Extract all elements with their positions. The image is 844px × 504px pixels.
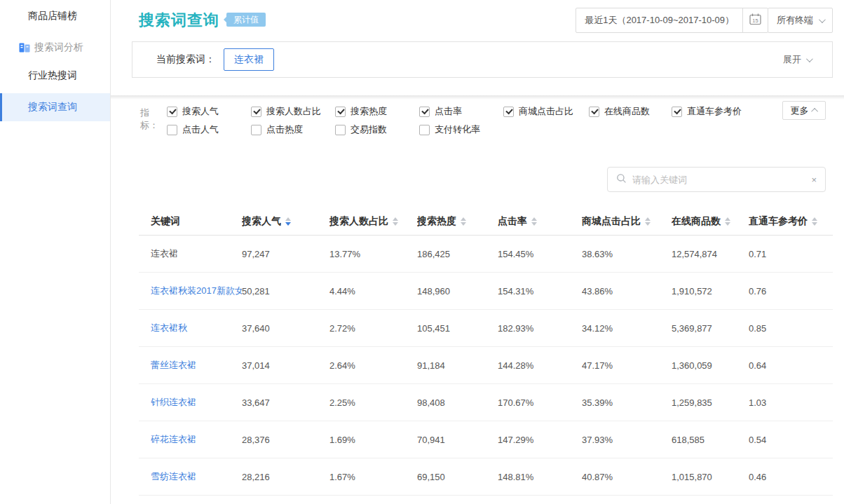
table-row: 雪纺连衣裙 28,2161.67%69,150148.81%40.87%1,01… [139, 458, 833, 496]
checkbox-icon[interactable] [167, 125, 177, 135]
sidebar-item-3[interactable]: 行业热搜词 [0, 62, 110, 90]
value-cell: 98,408 [417, 397, 498, 408]
expand-toggle[interactable]: 展开 [783, 53, 811, 66]
current-term-panel: 当前搜索词： 连衣裙 展开 [132, 41, 833, 78]
keyword-cell[interactable]: 碎花连衣裙 [151, 433, 242, 446]
value-cell: 148,960 [417, 286, 498, 297]
metric-label: 点击人气 [182, 123, 219, 136]
value-cell: 69,150 [417, 472, 498, 482]
value-cell: 186,425 [417, 249, 498, 259]
column-header-label: 直通车参考价 [749, 215, 808, 228]
value-cell: 0.85 [749, 323, 833, 334]
column-header: 关键词 [151, 215, 242, 228]
search-icon [616, 173, 627, 186]
column-header[interactable]: 搜索热度 [417, 215, 498, 228]
checkbox-icon[interactable] [335, 125, 346, 135]
keyword-cell[interactable]: 针织连衣裙 [151, 396, 242, 409]
checkbox-icon[interactable] [503, 107, 514, 117]
checkbox-icon[interactable] [419, 125, 430, 135]
value-cell: 170.67% [498, 397, 582, 408]
page-header: 搜索词查询 累计值 最近1天（2017-10-09~2017-10-09） 15… [111, 0, 844, 41]
date-range-text[interactable]: 最近1天（2017-10-09~2017-10-09） [576, 8, 742, 32]
value-cell: 2.25% [329, 397, 417, 408]
calendar-button[interactable]: 15 [742, 8, 768, 32]
metric-checkbox-item[interactable]: 点击人气 [167, 123, 251, 136]
keyword-cell[interactable]: 连衣裙秋 [151, 322, 242, 334]
column-header[interactable]: 直通车参考价 [749, 215, 833, 228]
keyword-cell[interactable]: 连衣裙秋装2017新款女 [151, 285, 242, 297]
table-body: 连衣裙 97,24713.77%186,425154.45%38.63%12,5… [139, 236, 833, 496]
metric-checkbox-item[interactable]: 商城点击占比 [503, 105, 589, 118]
checkbox-icon[interactable] [589, 107, 599, 117]
chevron-down-icon [819, 16, 826, 23]
more-label: 更多 [791, 104, 809, 117]
sort-caret-icon [461, 217, 466, 226]
value-cell: 0.71 [749, 249, 833, 259]
metric-checkbox-item[interactable]: 在线商品数 [589, 105, 672, 118]
keyword-cell[interactable]: 雪纺连衣裙 [151, 470, 242, 483]
metrics-row-1: 搜索人气 搜索人数占比 搜索热度 点击率 商城点击占比 在线商品数 直通车参考价 [167, 105, 756, 118]
column-header-label: 关键词 [151, 215, 180, 228]
checkbox-icon[interactable] [167, 107, 177, 117]
metrics-row-2: 点击人气 点击热度 交易指数 支付转化率 [167, 123, 756, 136]
metric-checkbox-item[interactable]: 搜索人数占比 [251, 105, 335, 118]
metric-label: 商城点击占比 [519, 105, 573, 118]
metric-checkbox-item[interactable]: 点击热度 [251, 123, 335, 136]
column-header[interactable]: 搜索人气 [242, 215, 329, 228]
keyword-search-box[interactable]: × [607, 167, 826, 192]
column-header-label: 搜索人气 [242, 215, 281, 228]
column-header[interactable]: 搜索人数占比 [329, 215, 417, 228]
metric-checkbox-item[interactable]: 搜索人气 [167, 105, 251, 118]
sidebar-item-1[interactable]: 商品店铺榜 [0, 2, 110, 30]
value-cell: 37,014 [242, 360, 329, 371]
checkbox-icon[interactable] [419, 107, 430, 117]
value-cell: 1.67% [329, 472, 417, 482]
metric-checkbox-item[interactable]: 交易指数 [335, 123, 419, 136]
table-row: 针织连衣裙 33,6472.25%98,408170.67%35.39%1,25… [139, 384, 833, 421]
page-title: 搜索词查询 [139, 10, 219, 31]
metric-label: 点击率 [435, 105, 462, 118]
value-cell: 38.63% [582, 249, 672, 259]
checkbox-icon[interactable] [335, 107, 346, 117]
metric-label: 在线商品数 [604, 105, 650, 118]
terminal-filter-label: 所有终端 [777, 14, 813, 27]
value-cell: 2.64% [329, 360, 417, 371]
value-cell: 5,369,877 [672, 323, 749, 334]
more-metrics-button[interactable]: 更多 [782, 101, 826, 120]
keyword-cell[interactable]: 蕾丝连衣裙 [151, 359, 242, 372]
sidebar-item-label: 行业热搜词 [28, 69, 77, 82]
value-cell: 154.45% [498, 249, 582, 259]
expand-label: 展开 [783, 53, 801, 66]
value-cell: 0.46 [749, 472, 833, 482]
value-cell: 148.81% [498, 472, 582, 482]
metric-checkbox-item[interactable]: 支付转化率 [419, 123, 503, 136]
value-cell: 13.77% [329, 249, 417, 259]
metric-checkbox-item[interactable]: 点击率 [419, 105, 503, 118]
terminal-filter-dropdown[interactable]: 所有终端 [768, 8, 833, 33]
clear-search-icon[interactable]: × [811, 175, 817, 185]
metric-checkbox-item[interactable]: 搜索热度 [335, 105, 419, 118]
date-range-picker[interactable]: 最近1天（2017-10-09~2017-10-09） 15 [576, 8, 768, 33]
sidebar-items: 商品店铺榜 搜索词分析 行业热搜词 搜索词查询 [0, 2, 110, 121]
checkbox-icon[interactable] [251, 107, 261, 117]
checkbox-icon[interactable] [672, 107, 682, 117]
keywords-table: 关键词 搜索人气 搜索人数占比 搜索热度 点击率 商城点击占比 [139, 207, 833, 496]
column-header[interactable]: 点击率 [498, 215, 582, 228]
sidebar-item-2[interactable]: 搜索词分析 [0, 34, 110, 62]
metric-checkbox-item[interactable]: 直通车参考价 [672, 105, 756, 118]
column-header[interactable]: 在线商品数 [672, 215, 749, 228]
sidebar-item-label: 商品店铺榜 [28, 10, 77, 22]
keyword-search-input[interactable] [632, 175, 805, 185]
table-row: 蕾丝连衣裙 37,0142.64%91,184144.28%47.17%1,36… [139, 347, 833, 384]
sidebar-item-label: 搜索词查询 [28, 101, 77, 114]
sort-caret-icon [645, 217, 651, 226]
value-cell: 47.17% [582, 360, 672, 371]
column-header[interactable]: 商城点击占比 [582, 215, 672, 228]
value-cell: 70,941 [417, 435, 498, 445]
checkbox-icon[interactable] [251, 125, 261, 135]
value-cell: 182.93% [498, 323, 582, 334]
table-row: 碎花连衣裙 28,3761.69%70,941147.29%37.93%618,… [139, 421, 833, 458]
sidebar-item-4[interactable]: 搜索词查询 [0, 93, 110, 121]
current-term-button[interactable]: 连衣裙 [224, 48, 274, 71]
value-cell: 1.03 [749, 397, 833, 408]
